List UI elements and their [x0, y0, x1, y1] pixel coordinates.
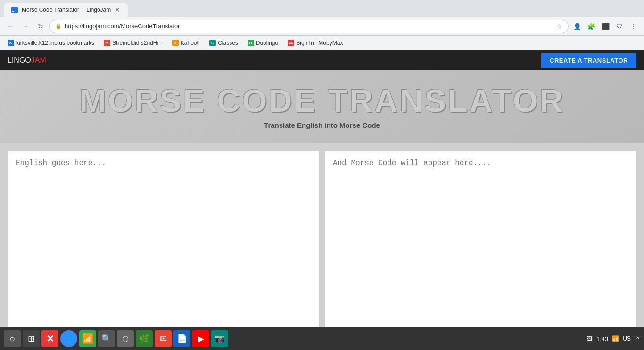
bookmark-label: StremeldidIs2ndHr - [112, 40, 163, 46]
taskbar-photo-icon: 🖼 [587, 335, 593, 342]
taskbar-right: 🖼 1:43 📶 US 🏳 [587, 335, 640, 342]
bookmark-favicon: M [104, 40, 110, 46]
tab-close-button[interactable]: ✕ [115, 6, 120, 14]
bookmark-mobymax[interactable]: 2x Sign In | MobyMax [284, 38, 347, 48]
tab-bar: L Morse Code Translator ─ LingoJam ✕ [0, 0, 644, 17]
bookmark-stremelds[interactable]: M StremeldidIs2ndHr - [100, 38, 166, 48]
active-tab[interactable]: L Morse Code Translator ─ LingoJam ✕ [4, 3, 128, 17]
logo-lingo: LINGO [8, 56, 31, 64]
bookmark-label: Sign In | MobyMax [296, 40, 343, 46]
bookmark-duolingo[interactable]: D Duolingo [244, 38, 282, 48]
hero-subtitle: Translate English into Morse Code [264, 121, 380, 129]
user-account-button[interactable]: 👤 [570, 20, 584, 33]
bookmark-kirksville[interactable]: K kirksville.k12.mo.us bookmarks [4, 38, 98, 48]
nav-icons: 👤 🧩 ⬛ 🛡 ⋮ [570, 20, 640, 33]
taskbar-files-icon[interactable]: 📶 [79, 330, 96, 347]
bookmark-favicon: 2x [288, 40, 294, 46]
bookmark-favicon: K [8, 40, 14, 46]
taskbar-nature-icon[interactable]: 🌿 [136, 330, 153, 347]
more-menu-button[interactable]: ⋮ [627, 20, 640, 33]
bookmark-star-icon[interactable]: ☆ [556, 23, 562, 30]
lock-icon: 🔒 [55, 23, 62, 29]
tab-favicon: L [11, 7, 18, 13]
taskbar-docs-icon[interactable]: 📄 [173, 330, 190, 347]
bookmark-label: Duolingo [256, 40, 278, 46]
taskbar-x-icon[interactable]: ✕ [41, 330, 58, 347]
bookmark-kahoot[interactable]: K Kahoot! [168, 38, 204, 48]
bookmark-label: Classes [218, 40, 238, 46]
taskbar-wifi-icon: 📶 [612, 335, 619, 342]
forward-button[interactable]: → [19, 20, 32, 33]
taskbar-settings-icon[interactable]: ⬡ [117, 330, 134, 347]
taskbar-flag-icon: 🏳 [635, 335, 640, 342]
tab-title: Morse Code Translator ─ LingoJam [22, 7, 111, 13]
taskbar: ○ ⊞ ✕ 🌐 📶 🔍 ⬡ 🌿 ✉ 📄 ▶ 📷 🖼 1:43 📶 US 🏳 [0, 327, 644, 350]
taskbar-region: US [623, 335, 631, 342]
morse-panel: Play [325, 151, 636, 346]
bookmark-label: kirksville.k12.mo.us bookmarks [16, 40, 94, 46]
taskbar-camera-icon[interactable]: 🔍 [98, 330, 115, 347]
bookmarks-bar: K kirksville.k12.mo.us bookmarks M Strem… [0, 36, 644, 50]
bookmark-favicon: C [209, 40, 216, 46]
url-text: https://lingojam.com/MorseCodeTranslator [65, 23, 553, 30]
logo-jam: JAM [31, 56, 46, 64]
screen-record-button[interactable]: ⬛ [599, 20, 612, 33]
chrome-extension-button[interactable]: 🛡 [613, 20, 626, 33]
lingojam-logo: LINGOJAM [8, 56, 46, 65]
navigation-bar: ← → ↻ 🔒 https://lingojam.com/MorseCodeTr… [0, 17, 644, 36]
taskbar-launcher-icon[interactable]: ○ [4, 330, 21, 347]
browser-chrome: L Morse Code Translator ─ LingoJam ✕ ← →… [0, 0, 644, 50]
extensions-button[interactable]: 🧩 [585, 20, 598, 33]
bookmark-favicon: D [248, 40, 254, 46]
address-bar[interactable]: 🔒 https://lingojam.com/MorseCodeTranslat… [49, 20, 569, 33]
taskbar-gmail-icon[interactable]: ✉ [155, 330, 172, 347]
back-button[interactable]: ← [4, 20, 17, 33]
create-translator-button[interactable]: CREATE A TRANSLATOR [541, 53, 636, 68]
taskbar-youtube-icon[interactable]: ▶ [192, 330, 209, 347]
hero-section: MORSE CODE TRANSLATOR Translate English … [0, 70, 644, 143]
bookmark-label: Kahoot! [181, 40, 200, 46]
refresh-button[interactable]: ↻ [34, 20, 47, 33]
english-input[interactable] [8, 151, 319, 325]
bookmark-classes[interactable]: C Classes [206, 38, 242, 48]
taskbar-meet-icon[interactable]: 📷 [211, 330, 228, 347]
taskbar-chrome-icon[interactable]: 🌐 [60, 330, 77, 347]
main-content: Generate Random Sentence Play [0, 143, 644, 350]
taskbar-clock: 1:43 [596, 335, 608, 342]
site-header: LINGOJAM CREATE A TRANSLATOR [0, 50, 644, 70]
taskbar-apps-icon[interactable]: ⊞ [23, 330, 40, 347]
english-panel: Generate Random Sentence [8, 151, 319, 346]
hero-title: MORSE CODE TRANSLATOR [79, 84, 565, 117]
bookmark-favicon: K [172, 40, 179, 46]
morse-output[interactable] [325, 151, 636, 325]
